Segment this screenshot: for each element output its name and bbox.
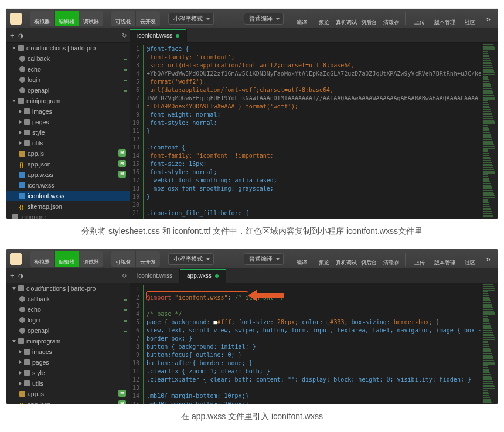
new-file-icon[interactable]: + — [10, 271, 15, 280]
new-file-icon[interactable]: + — [10, 31, 15, 40]
cloud-icon — [19, 77, 25, 83]
tree-item[interactable]: iconfont.wxss — [6, 191, 130, 201]
tree-item[interactable]: login••• — [6, 315, 130, 325]
folder-icon — [24, 108, 30, 114]
json-file-icon: {} — [19, 402, 25, 404]
chevron-open-icon — [12, 340, 16, 342]
tree-item-label: cloudfunctions | barto-pro — [26, 285, 96, 292]
tree-item[interactable]: miniprogram — [6, 96, 130, 106]
more-icon[interactable]: » — [482, 254, 494, 264]
btn-upload[interactable]: 上传 — [410, 251, 430, 267]
pill-cloud[interactable]: 云开发 — [136, 251, 160, 267]
top-toolbar: 模拟器 编辑器 调试器 可视化 云开发 小程序模式 普通编译 编译 预览 真机调… — [6, 9, 498, 29]
tree-item[interactable]: {}app.jsonM — [6, 159, 130, 169]
compile-dropdown[interactable]: 普通编译 — [244, 253, 284, 265]
pill-debugger[interactable]: 调试器 — [79, 251, 103, 267]
btn-preview[interactable]: 预览 — [314, 11, 334, 27]
search-icon[interactable]: ↻ — [122, 32, 127, 39]
btn-compile[interactable]: 编译 — [292, 251, 312, 267]
tree-item[interactable]: echo••• — [6, 304, 130, 315]
btn-version[interactable]: 版本管理 — [432, 11, 458, 27]
search-icon[interactable]: ↻ — [122, 273, 127, 279]
pill-visual[interactable]: 可视化 — [111, 11, 136, 26]
btn-background[interactable]: 切后台 — [359, 251, 379, 267]
folder-icon — [24, 380, 30, 386]
tree-item[interactable]: {}app.jsonM — [6, 399, 130, 404]
pill-cloud[interactable]: 云开发 — [136, 11, 160, 26]
mode-dropdown[interactable]: 小程序模式 — [168, 13, 214, 25]
pill-simulator[interactable]: 模拟器 — [30, 251, 55, 267]
btn-compile[interactable]: 编译 — [292, 11, 312, 27]
code-editor[interactable]: 1234567891011121314151617181920212223242… — [130, 43, 498, 219]
tree-item[interactable]: cloudfunctions | barto-pro — [6, 43, 130, 53]
btn-remote-debug[interactable]: 真机调试 — [336, 11, 356, 27]
tree-item[interactable]: images — [6, 346, 130, 357]
pill-debugger[interactable]: 调试器 — [79, 11, 103, 26]
btn-version[interactable]: 版本管理 — [432, 251, 458, 267]
tab-app-wxss[interactable]: app.wxss — [180, 269, 226, 283]
tree-item[interactable]: utils — [6, 138, 130, 148]
btn-preview[interactable]: 预览 — [314, 251, 334, 267]
btn-community[interactable]: 社区 — [460, 11, 480, 27]
tree-item[interactable]: echo••• — [6, 64, 130, 74]
tree-item[interactable]: pages — [6, 117, 130, 127]
tree-item[interactable]: miniprogram — [6, 336, 130, 346]
tree-item[interactable]: openapi••• — [6, 85, 130, 96]
tree-item[interactable]: icon.wxss — [6, 180, 130, 191]
tree-item[interactable]: cloudfunctions | barto-pro — [6, 283, 130, 294]
cloud-icon — [19, 307, 25, 312]
btn-upload[interactable]: 上传 — [410, 11, 430, 27]
pill-simulator[interactable]: 模拟器 — [30, 11, 55, 26]
compile-dropdown[interactable]: 普通编译 — [244, 13, 284, 25]
css-icon — [19, 193, 25, 199]
folder-icon — [24, 370, 30, 376]
tab-iconfont-wxss[interactable]: iconfont.wxss — [130, 29, 187, 43]
tree-item-label: icon.wxss — [28, 182, 55, 189]
tree-item[interactable]: app.jsM — [6, 148, 130, 159]
tree-item[interactable]: callback••• — [6, 53, 130, 64]
css-icon — [19, 182, 25, 188]
top-toolbar: 模拟器 编辑器 调试器 可视化 云开发 小程序模式 普通编译 编译 预览 真机调… — [6, 249, 498, 269]
chevron-closed-icon — [19, 131, 22, 134]
folder-icon — [18, 98, 24, 104]
tree-item[interactable]: app.jsM — [6, 389, 130, 399]
sync-dots-icon: ••• — [123, 88, 126, 94]
view-icon[interactable]: ◑ — [18, 32, 23, 39]
tree-item[interactable]: utils — [6, 378, 130, 389]
view-icon[interactable]: ◑ — [18, 273, 23, 279]
tree-item[interactable]: callback••• — [6, 294, 130, 304]
tree-item[interactable]: app.wxssM — [6, 169, 130, 180]
pill-editor[interactable]: 编辑器 — [55, 251, 79, 267]
btn-clear-cache[interactable]: 清缓存 — [381, 251, 401, 267]
avatar[interactable] — [10, 253, 22, 265]
folder-icon — [24, 119, 30, 125]
minimap[interactable] — [481, 43, 498, 219]
mode-dropdown[interactable]: 小程序模式 — [168, 253, 214, 265]
more-icon[interactable]: » — [482, 14, 494, 23]
minimap[interactable] — [481, 283, 498, 404]
btn-clear-cache[interactable]: 清缓存 — [381, 11, 401, 27]
avatar[interactable] — [10, 13, 22, 25]
pill-visual[interactable]: 可视化 — [111, 251, 136, 267]
tree-item[interactable]: {}sitemap.json — [6, 201, 130, 212]
code-area[interactable]: @import "iconfont.wxss"; /* iconfont */ … — [143, 283, 481, 404]
js-icon — [19, 391, 25, 397]
pill-editor[interactable]: 编辑器 — [55, 11, 79, 26]
tree-item[interactable]: images — [6, 106, 130, 117]
code-area[interactable]: @font-face { font-family: 'iconfont'; sr… — [143, 43, 481, 219]
folder-icon — [18, 45, 24, 51]
code-editor[interactable]: 1234567891011121314151617 @import "iconf… — [130, 283, 498, 404]
btn-community[interactable]: 社区 — [460, 251, 480, 267]
tree-item-label: iconfont.wxss — [28, 192, 64, 199]
tree-item[interactable]: openapi••• — [6, 325, 130, 336]
tree-item[interactable]: login••• — [6, 74, 130, 85]
tree-item[interactable]: .gitignore — [6, 212, 130, 219]
tree-item[interactable]: style — [6, 127, 130, 138]
btn-background[interactable]: 切后台 — [359, 11, 379, 27]
cloud-icon — [19, 328, 25, 334]
tree-item[interactable]: pages — [6, 357, 130, 368]
cloud-icon — [19, 296, 25, 302]
btn-remote-debug[interactable]: 真机调试 — [336, 251, 356, 267]
tab-iconfont-wxss[interactable]: iconfont.wxss — [130, 269, 180, 283]
tree-item[interactable]: style — [6, 368, 130, 378]
